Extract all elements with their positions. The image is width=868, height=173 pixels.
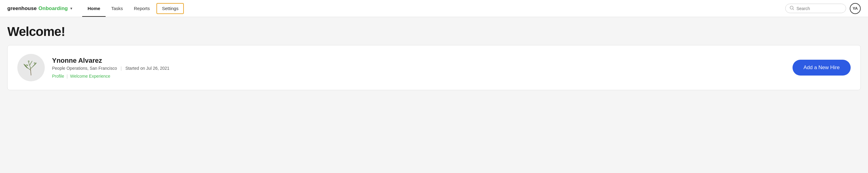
- user-start-date: Started on Jul 26, 2021: [125, 66, 169, 71]
- user-department: People Operations, San Francisco: [52, 66, 117, 71]
- chevron-down-icon: ▾: [70, 6, 72, 11]
- plant-icon: [22, 58, 40, 77]
- welcome-heading: Welcome!: [7, 24, 861, 39]
- navbar: greenhouse Onboarding ▾ Home Tasks Repor…: [0, 0, 868, 17]
- nav-tasks[interactable]: Tasks: [105, 0, 128, 17]
- nav-settings[interactable]: Settings: [156, 3, 184, 14]
- user-profile-avatar: [17, 54, 45, 81]
- nav-home[interactable]: Home: [82, 0, 106, 17]
- navbar-right: YA: [785, 3, 861, 14]
- nav-links: Home Tasks Reports Settings: [82, 0, 184, 17]
- brand-logo[interactable]: greenhouse Onboarding ▾: [7, 5, 72, 11]
- svg-line-1: [793, 9, 794, 10]
- user-card: Ynonne Alvarez People Operations, San Fr…: [7, 45, 861, 90]
- brand-onboarding-text: Onboarding: [38, 5, 68, 11]
- user-meta: People Operations, San Francisco | Start…: [52, 66, 785, 71]
- user-info: Ynonne Alvarez People Operations, San Fr…: [52, 57, 785, 79]
- brand-greenhouse-text: greenhouse: [7, 5, 36, 11]
- search-icon: [790, 6, 794, 11]
- user-links: Profile | Welcome Experience: [52, 74, 785, 79]
- nav-reports[interactable]: Reports: [128, 0, 156, 17]
- profile-link[interactable]: Profile: [52, 74, 64, 79]
- link-divider: |: [67, 74, 68, 79]
- add-new-hire-button[interactable]: Add a New Hire: [793, 60, 851, 76]
- main-content: Welcome!: [0, 17, 868, 97]
- search-box[interactable]: [785, 4, 846, 13]
- search-input[interactable]: [797, 6, 841, 11]
- user-name: Ynonne Alvarez: [52, 57, 785, 64]
- user-avatar-button[interactable]: YA: [850, 3, 861, 14]
- welcome-experience-link[interactable]: Welcome Experience: [70, 74, 110, 79]
- meta-divider: |: [121, 66, 122, 71]
